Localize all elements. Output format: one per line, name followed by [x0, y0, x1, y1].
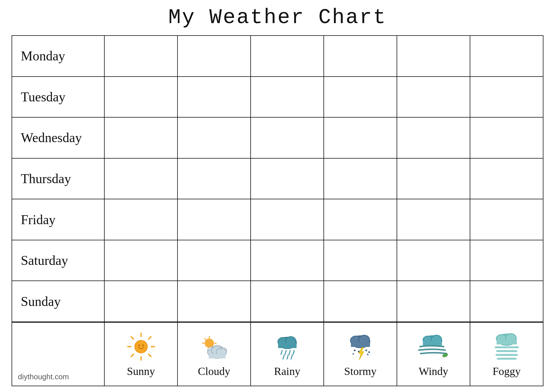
day-friday: Friday: [12, 199, 105, 240]
svg-point-48: [367, 354, 368, 355]
cell-tuesday-1[interactable]: [105, 77, 178, 117]
cell-monday-2[interactable]: [178, 36, 251, 76]
cell-monday-6[interactable]: [470, 36, 543, 76]
cell-friday-1[interactable]: [105, 199, 178, 240]
windy-icon: [418, 331, 449, 363]
cell-tuesday-4[interactable]: [324, 77, 397, 117]
svg-line-38: [291, 355, 292, 359]
day-wednesday: Wednesday: [12, 118, 105, 158]
cell-tuesday-2[interactable]: [178, 77, 251, 117]
svg-rect-53: [423, 341, 442, 345]
svg-line-6: [149, 337, 151, 339]
cell-tuesday-3[interactable]: [251, 77, 324, 117]
legend-rainy: Rainy: [251, 323, 324, 386]
foggy-icon: [491, 331, 523, 363]
svg-line-35: [293, 350, 294, 354]
cell-thursday-3[interactable]: [251, 159, 324, 199]
stormy-label: Stormy: [344, 365, 377, 378]
cloudy-label: Cloudy: [198, 365, 230, 378]
cell-tuesday-6[interactable]: [470, 77, 543, 117]
cell-sunday-5[interactable]: [397, 281, 470, 322]
cell-monday-1[interactable]: [105, 36, 178, 76]
svg-point-46: [368, 351, 370, 353]
table-row: Tuesday: [12, 77, 543, 118]
weather-chart: Monday Tuesday Wednesday Thursday Fr: [12, 35, 543, 386]
legend-windy: Windy: [397, 323, 470, 386]
cell-friday-4[interactable]: [324, 199, 397, 240]
svg-line-7: [131, 354, 133, 356]
cell-monday-4[interactable]: [324, 36, 397, 76]
cell-monday-3[interactable]: [251, 36, 324, 76]
table-row: Wednesday: [12, 118, 543, 159]
legend-cloudy: Cloudy: [178, 323, 251, 386]
svg-line-36: [283, 355, 284, 359]
cell-sunday-2[interactable]: [178, 281, 251, 322]
windy-label: Windy: [419, 365, 448, 378]
svg-rect-27: [209, 354, 225, 358]
cell-sunday-4[interactable]: [324, 281, 397, 322]
legend-sunny: Sunny: [105, 323, 178, 386]
legend-row: diythought.com Sunny: [12, 322, 543, 386]
svg-point-9: [138, 344, 140, 346]
svg-rect-31: [278, 343, 297, 348]
cell-saturday-4[interactable]: [324, 240, 397, 281]
svg-line-5: [149, 354, 151, 356]
cell-sunday-1[interactable]: [105, 281, 178, 322]
foggy-label: Foggy: [493, 365, 521, 378]
day-saturday: Saturday: [12, 240, 105, 281]
table-row: Monday: [12, 36, 543, 77]
svg-line-34: [289, 350, 290, 354]
day-monday: Monday: [12, 36, 105, 76]
cell-thursday-2[interactable]: [178, 159, 251, 199]
cell-saturday-3[interactable]: [251, 240, 324, 281]
cell-friday-3[interactable]: [251, 199, 324, 240]
cell-wednesday-5[interactable]: [397, 118, 470, 158]
day-thursday: Thursday: [12, 159, 105, 199]
cell-friday-2[interactable]: [178, 199, 251, 240]
table-row: Thursday: [12, 159, 543, 200]
cell-wednesday-1[interactable]: [105, 118, 178, 158]
sunny-label: Sunny: [127, 365, 155, 378]
cell-thursday-1[interactable]: [105, 159, 178, 199]
stormy-icon: [345, 331, 376, 363]
cell-thursday-5[interactable]: [397, 159, 470, 199]
legend-stormy: Stormy: [324, 323, 397, 386]
cell-wednesday-2[interactable]: [178, 118, 251, 158]
cell-saturday-1[interactable]: [105, 240, 178, 281]
svg-rect-58: [496, 340, 517, 345]
cell-saturday-2[interactable]: [178, 240, 251, 281]
attribution-cell: diythought.com: [12, 323, 105, 386]
cell-thursday-6[interactable]: [470, 159, 543, 199]
svg-line-37: [287, 355, 288, 359]
svg-line-4: [131, 337, 133, 339]
sunny-icon: [125, 331, 157, 363]
day-sunday: Sunday: [12, 281, 105, 322]
svg-point-45: [365, 350, 367, 351]
cell-wednesday-4[interactable]: [324, 118, 397, 158]
svg-point-10: [142, 344, 144, 346]
rainy-icon: [271, 331, 303, 363]
rainy-label: Rainy: [274, 365, 300, 378]
page-title: My Weather Chart: [168, 6, 386, 29]
legend-foggy: Foggy: [470, 323, 543, 386]
cell-friday-6[interactable]: [470, 199, 543, 240]
cell-wednesday-3[interactable]: [251, 118, 324, 158]
cell-thursday-4[interactable]: [324, 159, 397, 199]
svg-line-16: [205, 339, 206, 340]
table-row: Sunday: [12, 281, 543, 322]
cell-sunday-6[interactable]: [470, 281, 543, 322]
svg-point-47: [352, 353, 354, 355]
svg-point-8: [135, 340, 147, 353]
cell-friday-5[interactable]: [397, 199, 470, 240]
cell-saturday-5[interactable]: [397, 240, 470, 281]
table-row: Friday: [12, 199, 543, 240]
cell-monday-5[interactable]: [397, 36, 470, 76]
svg-line-32: [281, 350, 282, 354]
cell-saturday-6[interactable]: [470, 240, 543, 281]
svg-marker-49: [359, 348, 364, 360]
svg-point-43: [354, 350, 356, 351]
cloudy-icon: [198, 331, 230, 363]
cell-wednesday-6[interactable]: [470, 118, 543, 158]
cell-sunday-3[interactable]: [251, 281, 324, 322]
cell-tuesday-5[interactable]: [397, 77, 470, 117]
